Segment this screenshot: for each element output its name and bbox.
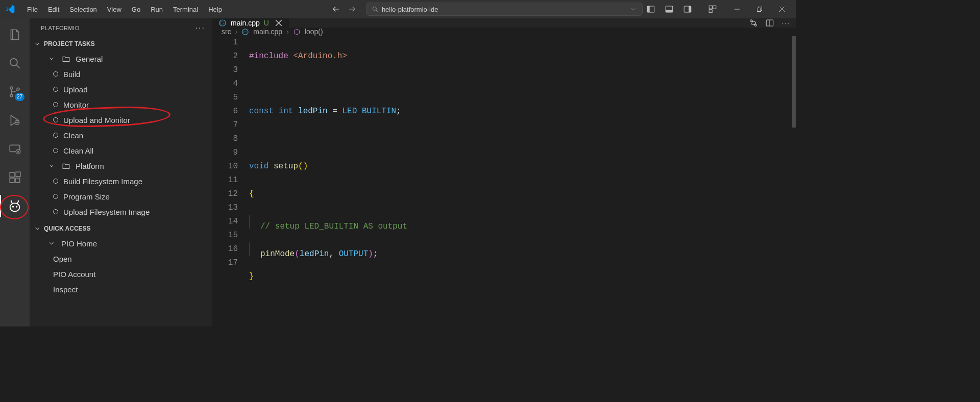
chevron-right-icon: › (235, 28, 238, 36)
activity-search-icon[interactable] (0, 52, 30, 74)
task-icon (53, 194, 58, 199)
item-label: Inspect (53, 285, 78, 294)
svg-point-11 (10, 59, 17, 66)
item-label: Open (53, 255, 72, 263)
svg-rect-7 (709, 6, 712, 9)
group-platform[interactable]: Platform (30, 158, 212, 173)
tab-main-cpp[interactable]: C+ main.cpp U (212, 18, 289, 28)
svg-rect-4 (666, 10, 673, 13)
breadcrumb-folder[interactable]: src (222, 28, 231, 36)
split-editor-icon[interactable] (765, 18, 774, 28)
svg-point-0 (373, 7, 376, 10)
editor-tabs: C+ main.cpp U ··· (212, 18, 796, 28)
task-build-fs-image[interactable]: Build Filesystem Image (30, 173, 212, 189)
svg-point-12 (10, 87, 13, 89)
workbench: 27 PLATFORMIO ··· PROJECT TASKS (0, 18, 796, 326)
tab-git-status: U (264, 19, 269, 27)
activity-explorer-icon[interactable] (0, 23, 30, 46)
more-actions-icon[interactable]: ··· (195, 23, 205, 33)
svg-rect-6 (689, 6, 691, 12)
svg-rect-18 (10, 172, 14, 177)
svg-rect-10 (757, 8, 761, 12)
task-clean[interactable]: Clean (30, 128, 212, 143)
tab-label: main.cpp (231, 19, 260, 27)
command-center[interactable] (366, 3, 643, 16)
breadcrumb-file[interactable]: main.cpp (253, 28, 282, 36)
layout-panel-icon[interactable] (661, 1, 677, 17)
menu-go[interactable]: Go (127, 3, 145, 16)
qa-inspect[interactable]: Inspect (30, 282, 212, 297)
layout-sidebar-left-icon[interactable] (643, 1, 659, 17)
nav-back-icon[interactable] (331, 5, 340, 14)
chevron-down-icon (47, 55, 56, 62)
menu-help[interactable]: Help (204, 3, 227, 16)
divider (700, 5, 700, 14)
task-upload-and-monitor[interactable]: Upload and Monitor (30, 112, 212, 128)
minimize-button[interactable] (726, 0, 748, 18)
minimap-slider[interactable] (792, 36, 796, 128)
menu-terminal[interactable]: Terminal (168, 3, 203, 16)
task-clean-all[interactable]: Clean All (30, 143, 212, 158)
activity-scm-icon[interactable]: 27 (0, 81, 30, 103)
group-pio-home[interactable]: PIO Home (30, 236, 212, 251)
qa-pio-account[interactable]: PIO Account (30, 266, 212, 282)
close-icon[interactable] (275, 19, 282, 27)
activity-bar: 27 (0, 18, 30, 326)
svg-rect-9 (709, 10, 712, 13)
task-upload-fs-image[interactable]: Upload Filesystem Image (30, 204, 212, 219)
customize-layout-icon[interactable] (704, 1, 721, 17)
activity-platformio-icon[interactable] (0, 195, 30, 217)
close-button[interactable] (771, 0, 793, 18)
qa-open[interactable]: Open (30, 251, 212, 266)
breadcrumb-symbol[interactable]: loop() (305, 28, 323, 36)
svg-rect-20 (15, 178, 20, 183)
task-icon (53, 117, 58, 122)
task-build[interactable]: Build (30, 66, 212, 82)
task-icon (53, 71, 58, 77)
chevron-down-icon (47, 240, 56, 247)
scm-badge: 27 (15, 93, 24, 101)
menu-selection[interactable]: Selection (65, 3, 101, 16)
task-label: Build (63, 70, 80, 79)
editor-actions: ··· (749, 18, 796, 28)
more-actions-icon[interactable]: ··· (781, 19, 790, 27)
task-icon (53, 102, 58, 107)
nav-forward-icon[interactable] (348, 5, 357, 14)
task-program-size[interactable]: Program Size (30, 189, 212, 204)
sidebar: PLATFORMIO ··· PROJECT TASKS General Bui… (30, 18, 212, 326)
menu-edit[interactable]: Edit (43, 3, 64, 16)
breadcrumb[interactable]: src › C+ main.cpp › loop() (212, 28, 796, 36)
svg-rect-19 (10, 178, 14, 183)
task-upload[interactable]: Upload (30, 82, 212, 97)
activity-extensions-icon[interactable] (0, 166, 30, 189)
section-project-tasks[interactable]: PROJECT TASKS (30, 38, 212, 50)
vscode-logo-icon (5, 4, 15, 14)
svg-point-22 (10, 203, 20, 211)
activity-remote-icon[interactable] (0, 138, 30, 160)
sidebar-title: PLATFORMIO (41, 25, 80, 31)
line-gutter: 1234567891011121314151617 (212, 36, 249, 326)
svg-point-24 (16, 206, 17, 208)
code-editor[interactable]: 1234567891011121314151617 #include <Ardu… (212, 36, 796, 326)
section-label: PROJECT TASKS (44, 40, 95, 47)
title-bar: File Edit Selection View Go Run Terminal… (0, 0, 796, 18)
layout-controls (643, 1, 721, 17)
activity-run-debug-icon[interactable] (0, 109, 30, 132)
task-icon (53, 179, 58, 184)
svg-point-13 (10, 94, 13, 97)
menu-view[interactable]: View (103, 3, 126, 16)
chevron-down-icon[interactable] (630, 6, 637, 13)
menu-run[interactable]: Run (146, 3, 167, 16)
project-tasks-tree: General Build Upload Monitor Upload and … (30, 50, 212, 222)
menu-file[interactable]: File (22, 3, 42, 16)
compare-changes-icon[interactable] (749, 18, 758, 28)
layout-sidebar-right-icon[interactable] (679, 1, 696, 17)
restore-button[interactable] (748, 0, 771, 18)
task-monitor[interactable]: Monitor (30, 97, 212, 112)
svg-text:C+: C+ (243, 30, 248, 34)
section-quick-access[interactable]: QUICK ACCESS (30, 222, 212, 235)
group-label: Platform (76, 162, 104, 170)
group-general[interactable]: General (30, 51, 212, 66)
search-input[interactable] (382, 6, 627, 13)
code-content[interactable]: #include <Arduino.h> const int ledPin = … (249, 36, 796, 326)
